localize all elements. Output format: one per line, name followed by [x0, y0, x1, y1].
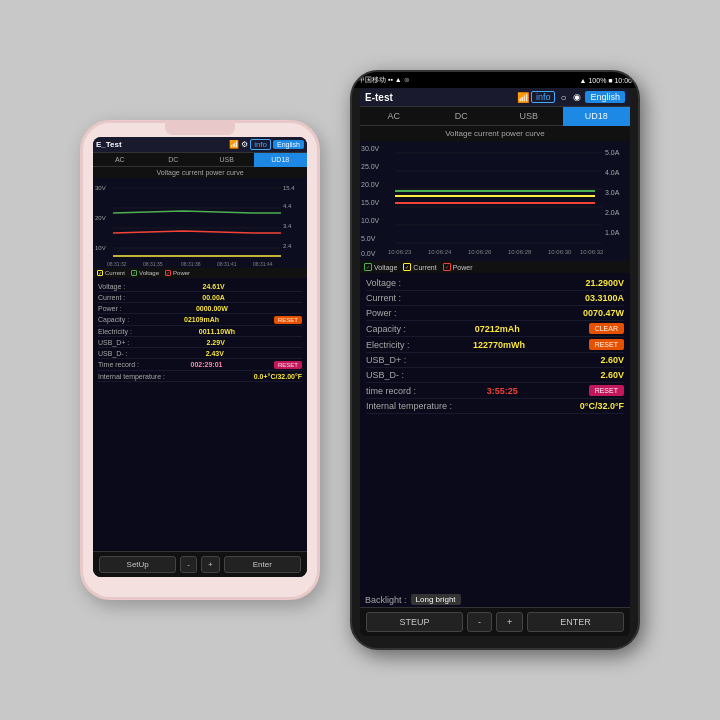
timerec-reset-btn[interactable]: RESET: [274, 361, 302, 369]
temp-value: 0.0+°C/32.00°F: [254, 373, 302, 380]
scene: E_Test 📶 ⚙ info English AC DC USB UD18 V…: [0, 0, 720, 720]
electricity-data-label: Electricity :: [98, 328, 132, 335]
svg-text:20.0V: 20.0V: [361, 181, 380, 188]
p2-voltage-checkbox[interactable]: [364, 263, 372, 271]
tab-ud18[interactable]: UD18: [254, 153, 308, 167]
current-data-value: 00.00A: [202, 294, 225, 301]
p2-tab-usb[interactable]: USB: [495, 107, 563, 126]
svg-text:10:06:32: 10:06:32: [580, 249, 604, 255]
info-tab[interactable]: info: [250, 139, 271, 150]
p2-setup-button[interactable]: STEUP: [366, 612, 463, 632]
power-data-label: Power :: [98, 305, 122, 312]
phone2-info-tab[interactable]: info: [531, 91, 556, 103]
p2-capacity-label: Capacity :: [366, 324, 406, 334]
p2-plus-button[interactable]: +: [496, 612, 523, 632]
svg-text:4.4: 4.4: [283, 203, 292, 209]
svg-text:2.4: 2.4: [283, 243, 292, 249]
capacity-data-value: 02109mAh: [184, 316, 219, 323]
p2-tab-ac[interactable]: AC: [360, 107, 428, 126]
svg-text:30.0V: 30.0V: [361, 145, 380, 152]
phone2-language-button[interactable]: English: [585, 91, 625, 103]
electricity-data-value: 0011.10Wh: [199, 328, 235, 335]
phone1-header: E_Test 📶 ⚙ info English: [93, 137, 307, 153]
p2-data-row-voltage: Voltage : 21.2900V: [366, 276, 624, 291]
p2-legend-power: Power: [443, 263, 473, 271]
backlight-row: Backlight : Long bright: [360, 592, 630, 607]
language-button[interactable]: English: [273, 140, 304, 149]
p2-current-data-value: 03.3100A: [585, 293, 624, 303]
capacity-data-label: Capacity :: [98, 316, 129, 323]
p2-current-checkbox[interactable]: [403, 263, 411, 271]
usbdm-label: USB_D- :: [98, 350, 128, 357]
p2-data-row-usbdp: USB_D+ : 2.60V: [366, 353, 624, 368]
data-row-usbdm: USB_D- : 2.43V: [98, 348, 302, 359]
svg-text:10:06:26: 10:06:26: [468, 249, 492, 255]
phone2-bottom-bar: STEUP - + ENTER: [360, 607, 630, 636]
current-checkbox[interactable]: [97, 270, 103, 276]
voltage-data-label: Voltage :: [98, 283, 125, 290]
phone1-chart-title: Voltage current power curve: [93, 167, 307, 178]
svg-text:15.4: 15.4: [283, 185, 295, 191]
p2-data-row-temp: Internal temperature : 0°C/32.0°F: [366, 399, 624, 414]
tab-ac[interactable]: AC: [93, 153, 147, 167]
p2-timerec-reset-btn[interactable]: RESET: [589, 385, 624, 396]
p2-timerec-value: 3:55:25: [487, 386, 518, 396]
minus-button[interactable]: -: [180, 556, 197, 573]
svg-text:08:31:41: 08:31:41: [217, 261, 237, 267]
voltage-checkbox[interactable]: [131, 270, 137, 276]
p2-data-row-electricity: Electricity : 122770mWh RESET: [366, 337, 624, 353]
svg-text:25.0V: 25.0V: [361, 163, 380, 170]
power-data-value: 0000.00W: [196, 305, 228, 312]
temp-label: Internal temperature :: [98, 373, 165, 380]
usbdm-value: 2.43V: [206, 350, 224, 357]
capacity-reset-btn[interactable]: RESET: [274, 316, 302, 324]
svg-text:20V: 20V: [95, 215, 106, 221]
phone2-header: E-test 📶 info ○ ◉ English: [360, 88, 630, 107]
p2-data-row-usbdm: USB_D- : 2.60V: [366, 368, 624, 383]
svg-text:08:31:38: 08:31:38: [181, 261, 201, 267]
p2-temp-label: Internal temperature :: [366, 401, 452, 411]
tab-dc[interactable]: DC: [147, 153, 201, 167]
phone1-legend: Current Voltage Power: [93, 268, 307, 278]
legend-voltage: Voltage: [131, 270, 159, 276]
setup-button[interactable]: SetUp: [99, 556, 176, 573]
p2-power-label: Power: [453, 264, 473, 271]
phone2: 中国移动 ▪▪ ▲ ⊙ ▲ 100% ■ 10:06 E-test 📶 info…: [350, 70, 640, 650]
bluetooth-icon: 📶: [229, 140, 239, 149]
usbdp-label: USB_D+ :: [98, 339, 129, 346]
tab-usb[interactable]: USB: [200, 153, 254, 167]
phone2-screen: E-test 📶 info ○ ◉ English AC DC USB UD18…: [360, 88, 630, 636]
data-row-voltage: Voltage : 24.61V: [98, 281, 302, 292]
p2-electricity-value: 122770mWh: [473, 340, 525, 350]
p2-tab-ud18[interactable]: UD18: [563, 107, 631, 126]
p2-data-row-timerec: time record : 3:55:25 RESET: [366, 383, 624, 399]
legend-power: Power: [165, 270, 190, 276]
p2-voltage-data-value: 21.2900V: [585, 278, 624, 288]
phone1-chart: 30V 20V 10V 15.4 4.4 3.4 2.4: [93, 178, 307, 268]
p2-usbdm-value: 2.60V: [600, 370, 624, 380]
phone2-status-bar: 中国移动 ▪▪ ▲ ⊙ ▲ 100% ■ 10:06: [352, 72, 638, 88]
p2-electricity-reset-btn[interactable]: RESET: [589, 339, 624, 350]
plus-button[interactable]: +: [201, 556, 220, 573]
phone1-title: E_Test: [96, 140, 227, 149]
legend-current: Current: [97, 270, 125, 276]
p2-timerec-label: time record :: [366, 386, 416, 396]
radio-icon: ◉: [571, 92, 583, 102]
p2-power-checkbox[interactable]: [443, 263, 451, 271]
p2-tab-dc[interactable]: DC: [428, 107, 496, 126]
power-label: Power: [173, 270, 190, 276]
svg-text:15.0V: 15.0V: [361, 199, 380, 206]
phone1: E_Test 📶 ⚙ info English AC DC USB UD18 V…: [80, 120, 320, 600]
p2-enter-button[interactable]: ENTER: [527, 612, 624, 632]
enter-button[interactable]: Enter: [224, 556, 301, 573]
svg-text:08:31:35: 08:31:35: [143, 261, 163, 267]
power-checkbox[interactable]: [165, 270, 171, 276]
svg-text:5.0V: 5.0V: [361, 235, 376, 242]
phone2-chart-svg: 30.0V 25.0V 20.0V 15.0V 10.0V 5.0V 0.0V …: [360, 141, 630, 261]
phone2-data-section: Voltage : 21.2900V Current : 03.3100A Po…: [360, 273, 630, 592]
p2-capacity-clear-btn[interactable]: CLEAR: [589, 323, 624, 334]
p2-power-data-label: Power :: [366, 308, 397, 318]
phone1-bottom-bar: SetUp - + Enter: [93, 551, 307, 577]
p2-minus-button[interactable]: -: [467, 612, 492, 632]
phone1-screen: E_Test 📶 ⚙ info English AC DC USB UD18 V…: [93, 137, 307, 577]
